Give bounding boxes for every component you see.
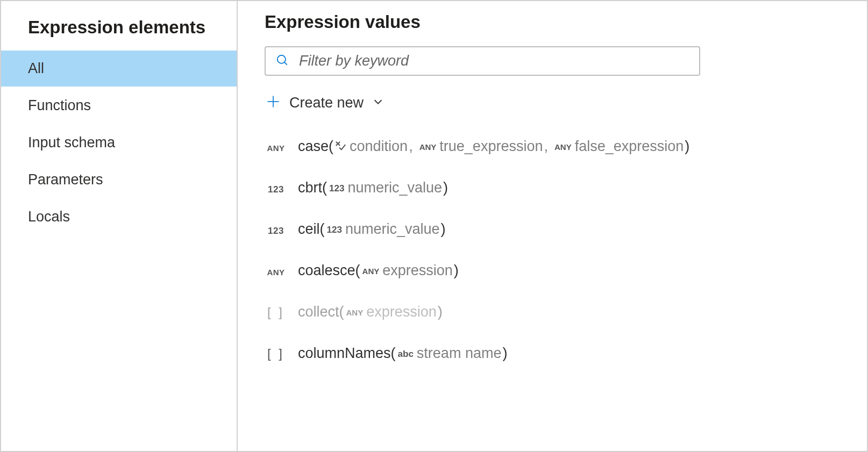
function-item-ceil[interactable]: 123ceil(123numeric_value): [265, 221, 840, 238]
function-name: coalesce: [298, 262, 355, 279]
main-panel: Expression values Create new ANYcase(con…: [238, 1, 867, 451]
param-type-badge: ANY: [362, 267, 380, 276]
param-name: numeric_value: [345, 221, 440, 238]
param-type-badge: 123: [329, 183, 344, 194]
param-type-badge: abc: [398, 349, 414, 360]
plus-icon: [266, 94, 281, 111]
function-signature: ceil(123numeric_value): [298, 221, 445, 238]
param-name: condition: [350, 138, 408, 155]
svg-point-0: [278, 55, 286, 63]
param-name: expression: [382, 262, 453, 279]
filter-box[interactable]: [265, 46, 700, 76]
param-name: numeric_value: [347, 180, 442, 196]
return-type-badge: ANY: [265, 144, 287, 153]
return-type-badge: ANY: [265, 268, 287, 277]
sidebar-title: Expression elements: [1, 12, 237, 51]
sidebar-item-locals[interactable]: Locals: [1, 199, 237, 235]
function-signature: columnNames(abcstream name): [298, 345, 507, 362]
function-signature: case(condition,ANYtrue_expression,ANYfal…: [298, 138, 689, 155]
param-name: expression: [366, 304, 437, 320]
function-signature: cbrt(123numeric_value): [298, 180, 448, 196]
filter-input[interactable]: [299, 53, 689, 69]
sidebar-item-all[interactable]: All: [1, 51, 237, 87]
function-signature: collect(ANYexpression): [298, 304, 443, 320]
sidebar-item-functions[interactable]: Functions: [1, 88, 237, 124]
param-name: false_expression: [575, 138, 684, 155]
function-item-columnNames[interactable]: [ ]columnNames(abcstream name): [265, 345, 840, 362]
function-name: collect: [298, 304, 339, 320]
search-icon: [275, 53, 289, 69]
param-type-badge: 123: [327, 225, 342, 235]
chevron-down-icon: [372, 96, 384, 110]
return-type-badge: [ ]: [265, 305, 287, 320]
function-list: ANYcase(condition,ANYtrue_expression,ANY…: [265, 138, 840, 362]
function-item-cbrt[interactable]: 123cbrt(123numeric_value): [265, 180, 840, 196]
param-name: true_expression: [439, 138, 543, 155]
main-title: Expression values: [265, 12, 840, 32]
boolean-type-icon: [335, 140, 346, 155]
create-new-button[interactable]: Create new: [265, 87, 840, 138]
create-new-label: Create new: [289, 95, 364, 111]
return-type-badge: 123: [265, 226, 287, 236]
function-name: case: [298, 138, 329, 155]
function-name: ceil: [298, 221, 320, 238]
function-name: cbrt: [298, 180, 322, 196]
function-item-collect[interactable]: [ ]collect(ANYexpression): [265, 304, 840, 320]
function-item-coalesce[interactable]: ANYcoalesce(ANYexpression): [265, 262, 840, 279]
return-type-badge: [ ]: [265, 346, 287, 361]
return-type-badge: 123: [265, 184, 287, 195]
sidebar-item-input-schema[interactable]: Input schema: [1, 125, 237, 161]
param-type-badge: ANY: [346, 308, 364, 317]
param-name: stream name: [417, 345, 502, 362]
sidebar-item-parameters[interactable]: Parameters: [1, 162, 237, 198]
param-type-badge: ANY: [419, 142, 437, 152]
svg-line-1: [284, 62, 287, 64]
function-signature: coalesce(ANYexpression): [298, 262, 459, 279]
param-type-badge: ANY: [554, 142, 572, 152]
function-name: columnNames: [298, 345, 391, 362]
sidebar: Expression elements AllFunctionsInput sc…: [1, 1, 238, 451]
function-item-case[interactable]: ANYcase(condition,ANYtrue_expression,ANY…: [265, 138, 840, 155]
